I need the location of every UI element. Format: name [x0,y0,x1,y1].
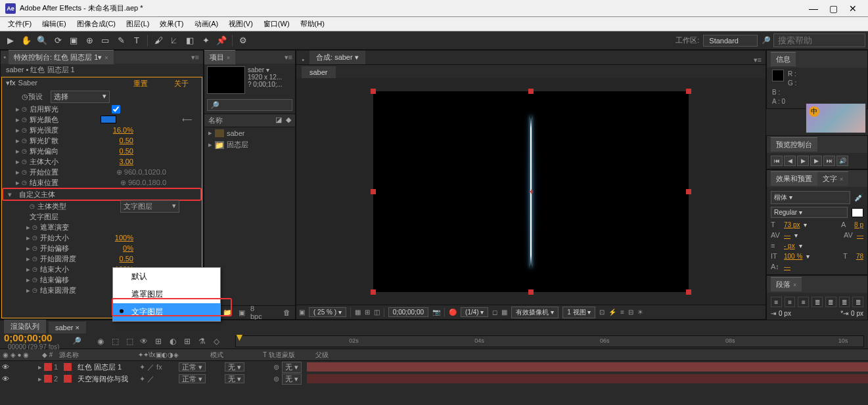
twirl-icon[interactable]: ▸ [24,286,32,295]
transparency-icon[interactable]: ▦ [501,309,507,316]
pickwhip-icon[interactable]: ⊚ [271,363,282,372]
menu-window[interactable]: 窗口(W) [258,18,295,30]
prop-value[interactable]: 100% [115,234,133,242]
prop-value[interactable]: 0% [123,244,133,252]
menu-item-mask-layer[interactable]: 遮罩图层 [113,286,220,303]
twirl-icon[interactable]: ▸ [14,158,22,166]
current-time-indicator[interactable] [236,335,242,341]
prop-value[interactable]: 0.50 [120,255,133,263]
twirl-icon[interactable]: ▾ [6,190,14,199]
twirl-icon[interactable]: ▸ [14,168,22,177]
menu-file[interactable]: 文件(F) [3,18,37,30]
stopwatch-icon[interactable]: ◷ [22,137,30,144]
workspace-select[interactable]: Standard [703,35,758,47]
fx-presets-tab[interactable]: 效果和预置 [771,171,817,186]
blend-mode-dropdown[interactable]: 正常 ▾ [179,362,206,372]
prop-value[interactable]: 0.50 [120,147,133,155]
menu-view[interactable]: 视图(V) [223,18,258,30]
panel-anchor-icon[interactable]: ⦁ [299,56,307,64]
blend-mode-dropdown[interactable]: 正常 ▾ [179,374,206,383]
align-center-icon[interactable]: ≡ [785,297,796,307]
last-frame-icon[interactable]: ⏭ [823,156,835,166]
menu-layer[interactable]: 图层(L) [121,18,154,30]
graph-editor-icon[interactable]: ⊞ [181,335,193,347]
time-ruler[interactable]: 02s 04s 06s 08s 10s [235,335,864,347]
shape-tool-icon[interactable]: ▭ [98,33,112,48]
font-size-value[interactable]: 73 px [784,221,800,228]
menu-effect[interactable]: 效果(T) [154,18,189,30]
anchor-tool-icon[interactable]: ⊕ [82,33,97,48]
snapshot-icon[interactable]: 📷 [432,309,440,316]
resolution-dropdown[interactable]: (1/4) ▾ [461,307,488,317]
twirl-icon[interactable]: ▸ [38,375,42,383]
stopwatch-icon[interactable]: ◷ [22,179,30,186]
menu-composition[interactable]: 图像合成(C) [72,18,121,30]
baseline-value[interactable]: — [784,263,790,270]
layer-bar[interactable] [307,362,868,372]
pixel-aspect-icon[interactable]: ⊡ [599,309,605,316]
visibility-icon[interactable]: 👁 [0,375,11,383]
preset-dropdown[interactable]: 选择▾ [51,91,110,103]
label-color[interactable] [44,375,52,383]
stopwatch-icon[interactable]: ◷ [22,106,30,112]
label-color[interactable] [44,363,52,371]
parent-dropdown[interactable]: 无 ▾ [282,373,302,385]
layer-bar[interactable] [307,374,868,383]
motion-blur-icon[interactable]: ◐ [167,335,179,347]
anchor-marker-icon[interactable]: ✶ [528,187,534,196]
menu-item-text-layer[interactable]: 文字图层 [113,303,220,321]
justify-last-right-icon[interactable]: ≣ [839,297,850,307]
color-chip[interactable] [101,116,116,123]
info-tab[interactable]: 信息 [771,52,796,66]
shy-icon[interactable]: 👁 [138,335,150,347]
stopwatch-icon[interactable]: ◷ [32,266,40,272]
col-parent[interactable]: 父级 [313,351,365,360]
twirl-icon[interactable]: ▸ [24,234,32,242]
auto-keyframe-icon[interactable]: ◇ [210,335,222,347]
justify-last-left-icon[interactable]: ≣ [811,297,823,307]
track-matte-dropdown[interactable]: 无 ▾ [225,362,244,372]
project-item-comp[interactable]: ▸ saber [204,127,295,139]
stopwatch-icon[interactable]: ◷ [32,255,40,262]
stamp-tool-icon[interactable]: ⟀ [167,33,181,48]
core-type-dropdown[interactable]: 文字图层▾ [120,200,179,213]
hw-icon[interactable]: ⬚ [124,335,135,347]
audio-icon[interactable]: 🔊 [836,156,848,166]
font-style-dropdown[interactable]: Regular ▾ [771,207,848,218]
twirl-icon[interactable]: ▸ [14,179,22,187]
mask-icon[interactable]: ◫ [374,309,380,316]
search-help-input[interactable] [773,33,865,47]
stopwatch-icon[interactable]: ◷ [32,287,40,293]
new-comp-icon[interactable]: ▣ [236,307,248,318]
first-frame-icon[interactable]: ⏮ [771,156,783,166]
layer-row[interactable]: 👁▸2天空海阔你与我✦ ／正常 ▾无 ▾⊚无 ▾ [0,373,868,385]
text-tool-icon[interactable]: T [129,33,144,48]
justify-all-icon[interactable]: ≣ [852,297,863,307]
twirl-icon[interactable]: ▸ [208,129,215,137]
brainstorm-icon[interactable]: ⚗ [196,335,208,347]
camera-tool-icon[interactable]: ▣ [66,33,81,48]
menu-edit[interactable]: 编辑(E) [37,18,72,30]
tracking-value[interactable]: — [857,232,863,239]
preview-tab[interactable]: 预览控制台 [771,137,817,152]
current-time[interactable]: 0;00;00;00 [4,332,59,343]
col-type-icon[interactable]: ◆ [286,116,291,125]
stopwatch-icon[interactable]: ◷ [22,116,30,123]
twirl-icon[interactable]: ▸ [14,116,22,124]
new-folder-icon[interactable]: 📁 [221,307,233,318]
panel-menu-icon[interactable]: ▾≡ [187,53,203,62]
stopwatch-icon[interactable]: ◷ [32,234,40,241]
reset-link[interactable]: 重置 [133,79,148,89]
paragraph-tab[interactable]: 段落× [771,277,802,291]
maximize-button[interactable]: ▢ [823,3,843,14]
align-right-icon[interactable]: ≡ [798,297,809,307]
twirl-icon[interactable]: ▸ [14,105,22,114]
tool-option-icon[interactable]: ⚙ [236,33,250,48]
view-layout-dropdown[interactable]: 1 视图 ▾ [562,307,595,318]
font-family-dropdown[interactable]: 楷体 ▾ [771,191,850,204]
indent-first-value[interactable]: 0 px [851,310,863,317]
twirl-icon[interactable]: ▸ [208,140,215,149]
col-name[interactable]: 名称 [208,116,223,125]
character-tab[interactable]: 文字× [817,171,848,186]
project-search-input[interactable] [207,99,292,111]
